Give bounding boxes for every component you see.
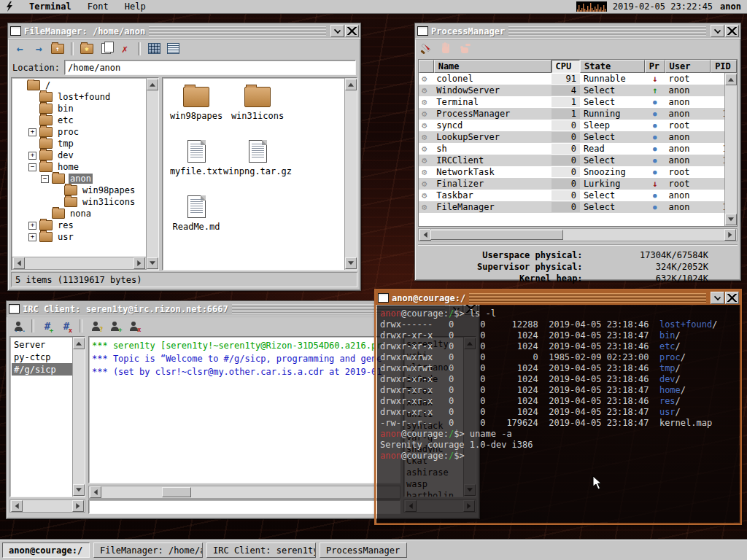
column-header-pid[interactable]: PID [711,60,737,73]
taskbar-button[interactable]: IRC Client: seren1ty@i... [206,542,316,558]
scroll-down-icon[interactable] [147,257,158,269]
process-row[interactable]: ⚙sh0Read●anon10 [419,143,737,155]
power-icon[interactable] [6,1,14,12]
delete-icon[interactable]: ✗ [117,42,133,56]
minimize-button[interactable] [711,25,724,37]
process-row[interactable]: ⚙ProcessManager1Running●anon15 [419,108,737,120]
minimize-button[interactable] [330,25,344,37]
column-header-pr[interactable]: Pr [645,60,665,73]
expander-icon[interactable]: − [41,175,49,183]
menu-help[interactable]: Help [117,1,154,12]
join-channel-icon[interactable]: #+ [39,319,55,333]
back-icon[interactable]: ← [12,42,28,56]
menu-font[interactable]: Font [80,1,117,12]
scroll-down-icon[interactable] [73,484,85,496]
file-item[interactable]: win31icons [227,87,288,121]
tree-item-res[interactable]: +res [13,219,146,231]
tree-item-anon[interactable]: −anon [13,173,146,184]
kill-process-icon[interactable] [419,42,435,56]
tree-item-home[interactable]: −home [13,161,146,173]
expander-icon[interactable]: + [28,222,36,230]
close-button[interactable] [345,25,359,37]
scroll-up-icon[interactable] [725,74,737,85]
column-header-state[interactable]: State [580,60,645,73]
tree-item-dev[interactable]: +dev [13,149,146,161]
scroll-up-icon[interactable] [73,338,85,349]
copy-icon[interactable] [98,42,114,56]
tree-item-usr[interactable]: +usr [13,231,146,243]
scroll-left-icon[interactable] [90,486,101,498]
icon-view-icon[interactable] [146,42,162,56]
add-server-icon[interactable]: ... [10,319,26,333]
file-item[interactable]: winpng.tar.gz [227,140,288,176]
tree-item-etc[interactable]: etc [13,114,146,126]
channel-item[interactable]: py-ctcp [12,351,73,363]
tree-horizontal-scrollbar[interactable] [12,257,147,270]
tree-item-tmp[interactable]: tmp [13,138,146,149]
process-row[interactable]: ⚙LookupServer0Select●anon5 [419,131,737,143]
process-row[interactable]: ⚙syncd0Sleep●root2 [419,120,737,131]
scroll-up-icon[interactable] [345,79,357,90]
channels-horizontal-scrollbar[interactable] [9,499,85,513]
scroll-right-icon[interactable] [724,229,736,241]
terminal-output[interactable]: anon@courage:/$> ls -ldrwx------ 0 0 122… [377,306,739,522]
filemanager-titlebar[interactable]: FileManager: /home/anon [8,23,360,38]
process-row[interactable]: ⚙Taskbar0Select●anon7 [419,190,737,201]
process-row[interactable]: ⚙FileManager0Select●anon11 [419,201,737,213]
scrollbar-thumb[interactable] [430,230,563,240]
tree-vertical-scrollbar[interactable] [146,78,158,270]
channels-vertical-scrollbar[interactable] [72,337,85,497]
process-row[interactable]: ⚙IRCClient0Select●anon13 [419,155,737,166]
tree-item-win98papes[interactable]: win98papes [13,184,146,196]
whois-user-icon[interactable]: ? [88,319,104,333]
process-row[interactable]: ⚙Finalizer0Lurking↓root3 [419,178,737,190]
process-row[interactable]: ⚙WindowServer4Select↑anon6 [419,85,737,96]
file-item[interactable]: ReadMe.md [166,195,227,232]
minimize-button[interactable] [711,292,724,304]
file-item[interactable]: win98papes [166,87,227,121]
files-vertical-scrollbar[interactable] [344,78,357,270]
tree-item--[interactable]: / [13,79,146,91]
scroll-right-icon[interactable] [133,257,145,269]
tree-item-bin[interactable]: bin [13,103,146,114]
processmanager-titlebar[interactable]: ProcessManager [415,23,740,38]
taskbar-button[interactable]: FileManager: /home/anon [93,542,203,558]
channel-item[interactable]: #/g/sicp [12,363,73,376]
taskbar-button[interactable]: anon@courage:/ [2,542,90,558]
tree-item-win31icons[interactable]: win31icons [13,196,146,208]
message-input[interactable] [88,499,400,514]
stop-process-icon[interactable] [438,42,454,56]
voice-user-icon[interactable]: + [107,319,123,333]
close-button[interactable] [725,25,739,37]
expander-icon[interactable]: − [28,163,36,171]
scroll-right-icon[interactable] [72,500,84,512]
process-row[interactable]: ⚙colonel91Runnable↓root0 [419,73,737,85]
scroll-left-icon[interactable] [11,500,23,512]
window-terminal[interactable]: anon@courage:/ anon@courage:/$> ls -ldrw… [374,289,742,525]
scroll-left-icon[interactable] [419,229,431,241]
window-processmanager[interactable]: ProcessManager [414,23,741,281]
terminal-titlebar[interactable]: anon@courage:/ [376,290,740,305]
close-button[interactable] [725,292,739,304]
column-header-name[interactable]: Name [434,60,551,73]
process-row[interactable]: ⚙Terminal1Select●anon8 [419,96,737,108]
menu-terminal[interactable]: Terminal [21,1,80,12]
expander-icon[interactable]: + [28,233,36,241]
up-directory-icon[interactable]: ↑ [50,42,66,56]
list-view-icon[interactable] [165,42,181,56]
tree-item-nona[interactable]: nona [13,208,146,219]
scroll-up-icon[interactable] [147,79,158,90]
taskbar-button[interactable]: ProcessManager [320,542,407,558]
channel-item[interactable]: Server [12,338,73,351]
column-header-user[interactable]: User [665,60,711,73]
tree-item-lost-found[interactable]: lost+found [13,91,146,103]
scroll-down-icon[interactable] [345,257,357,269]
table-vertical-scrollbar[interactable] [724,73,737,226]
forward-icon[interactable]: → [31,42,47,56]
expander-icon[interactable]: + [28,152,36,160]
file-item[interactable]: myfile.txt [166,140,227,176]
kick-user-icon[interactable]: x [125,319,142,333]
new-directory-icon[interactable]: ✱ [79,42,95,56]
column-header-cpu[interactable]: CPU [551,60,580,73]
table-horizontal-scrollbar[interactable] [418,228,738,241]
